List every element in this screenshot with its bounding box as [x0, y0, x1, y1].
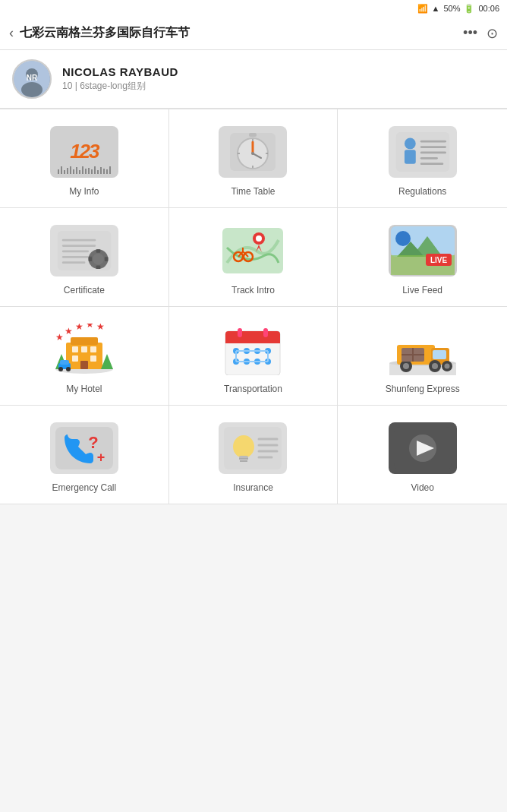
insurance-label: Insurance	[233, 482, 273, 493]
grid-item-my-info[interactable]: 123	[0, 109, 169, 208]
svg-rect-33	[105, 257, 109, 261]
svg-text:+: +	[97, 450, 105, 465]
grid-item-shunfeng-express[interactable]: Shunfeng Express	[338, 307, 507, 406]
video-label: Video	[411, 482, 433, 493]
svg-point-91	[403, 363, 409, 369]
svg-point-9	[251, 152, 254, 155]
svg-rect-54	[72, 355, 78, 362]
svg-text:LIVE: LIVE	[430, 256, 448, 264]
svg-marker-63	[101, 354, 113, 369]
svg-point-93	[432, 363, 438, 369]
svg-text:★: ★	[96, 324, 105, 332]
svg-rect-31	[96, 265, 101, 269]
profile-info: NICOLAS RAYBAUD 10 | 6stage-long组别	[62, 65, 178, 93]
profile-section: NR NICOLAS RAYBAUD 10 | 6stage-long组别	[0, 50, 507, 109]
regulations-icon	[389, 123, 457, 180]
svg-rect-16	[405, 150, 416, 164]
svg-point-95	[444, 363, 449, 368]
svg-rect-55	[90, 355, 96, 362]
certificate-icon	[50, 222, 118, 279]
track-intro-label: Track Intro	[231, 285, 275, 295]
svg-text:★: ★	[86, 324, 94, 330]
page-title: 七彩云南格兰芬多国际自行车节	[20, 25, 190, 41]
my-info-icon: 123	[50, 123, 118, 180]
live-feed-icon: LIVE	[389, 222, 457, 279]
battery-icon: 🔋	[464, 4, 474, 14]
grid-item-transportation[interactable]: Transportation	[169, 307, 339, 406]
status-bar: 📶 ▲ 50% 🔋 00:06	[0, 0, 507, 17]
transportation-label: Transportation	[224, 384, 282, 394]
svg-rect-51	[72, 346, 78, 352]
insurance-icon	[219, 419, 287, 476]
profile-sub: 10 | 6stage-long组别	[62, 80, 178, 93]
my-hotel-icon: ★ ★ ★ ★ ★	[50, 321, 118, 378]
track-intro-icon	[219, 222, 287, 279]
grid-item-my-hotel[interactable]: ★ ★ ★ ★ ★ My Hotel	[0, 307, 169, 406]
svg-rect-56	[80, 361, 88, 369]
svg-rect-6	[249, 133, 257, 137]
svg-point-29	[93, 253, 104, 264]
shunfeng-express-label: Shunfeng Express	[386, 384, 460, 394]
time-table-label: Time Table	[231, 186, 275, 197]
my-info-label: My Info	[69, 186, 99, 197]
svg-rect-53	[90, 346, 96, 352]
certificate-label: Certificate	[64, 285, 105, 295]
grid-item-insurance[interactable]: Insurance	[169, 406, 339, 504]
svg-point-36	[256, 235, 262, 242]
grid-item-certificate[interactable]: Certificate	[0, 208, 169, 307]
grid-item-video[interactable]: Video	[338, 406, 507, 504]
svg-point-45	[395, 231, 411, 246]
transportation-icon	[219, 321, 287, 378]
more-options-button[interactable]: •••	[463, 25, 477, 41]
grid-item-track-intro[interactable]: Track Intro	[169, 208, 339, 307]
svg-rect-32	[88, 257, 92, 261]
time-text: 00:06	[478, 4, 499, 13]
signal-icon: ▲	[432, 4, 440, 13]
svg-point-67	[66, 367, 71, 371]
svg-point-66	[58, 367, 63, 371]
menu-grid: 123	[0, 109, 507, 504]
svg-rect-70	[225, 339, 280, 343]
emergency-call-icon: ? +	[50, 419, 118, 476]
battery-text: 50%	[443, 4, 460, 13]
time-table-icon	[219, 123, 287, 180]
svg-rect-50	[71, 337, 98, 345]
bottom-space	[0, 504, 507, 793]
avatar-initials: NR	[14, 61, 50, 97]
svg-rect-71	[238, 328, 242, 337]
svg-point-103	[233, 435, 254, 458]
target-button[interactable]: ⊙	[487, 25, 498, 42]
svg-text:★: ★	[55, 332, 64, 343]
svg-text:★: ★	[65, 326, 73, 336]
svg-point-2	[21, 82, 43, 97]
title-bar: ‹ 七彩云南格兰芬多国际自行车节 ••• ⊙	[0, 17, 507, 50]
svg-rect-30	[96, 249, 101, 253]
svg-rect-89	[433, 350, 446, 359]
grid-item-regulations[interactable]: Regulations	[338, 109, 507, 208]
profile-name: NICOLAS RAYBAUD	[62, 65, 178, 78]
shunfeng-express-icon	[389, 321, 457, 378]
back-button[interactable]: ‹	[9, 25, 14, 41]
bluetooth-icon: 📶	[417, 4, 428, 14]
svg-text:NR: NR	[27, 74, 38, 82]
my-hotel-label: My Hotel	[66, 384, 102, 394]
grid-item-emergency-call[interactable]: ? + Emergency Call	[0, 406, 169, 504]
regulations-label: Regulations	[398, 186, 446, 197]
svg-rect-72	[263, 328, 268, 337]
live-feed-label: Live Feed	[402, 285, 442, 295]
avatar: NR	[12, 59, 52, 99]
svg-point-15	[405, 137, 416, 149]
grid-item-time-table[interactable]: Time Table	[169, 109, 339, 208]
emergency-call-label: Emergency Call	[52, 482, 116, 493]
svg-rect-52	[81, 346, 87, 352]
video-icon	[389, 419, 457, 476]
svg-rect-65	[60, 360, 69, 365]
svg-text:★: ★	[75, 324, 83, 332]
grid-item-live-feed[interactable]: LIVE Live Feed	[338, 208, 507, 307]
